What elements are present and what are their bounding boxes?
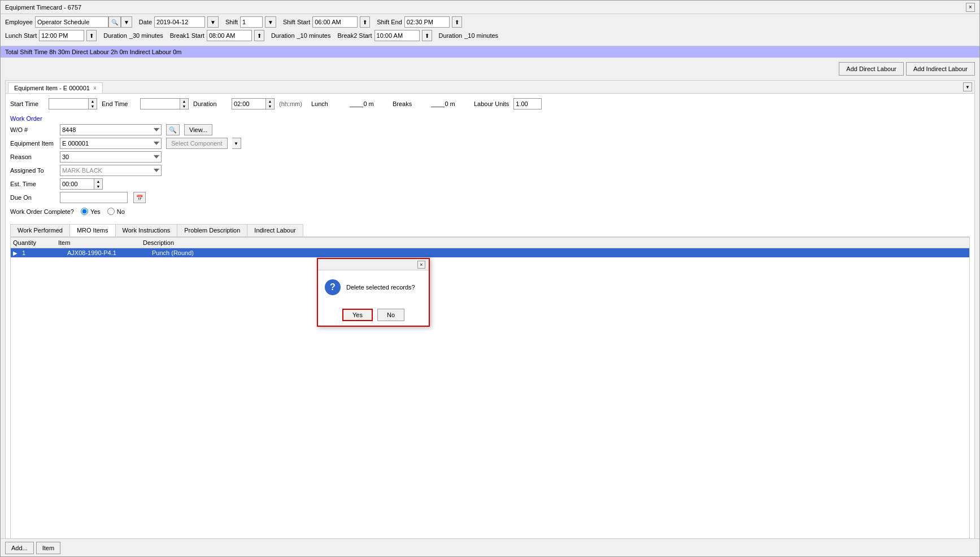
window-close-button[interactable]: ×: [966, 3, 975, 12]
end-time-input[interactable]: [140, 98, 180, 109]
cell-quantity: 1: [20, 249, 65, 256]
item-button[interactable]: Item: [36, 542, 60, 554]
shift-end-spinner[interactable]: ⬆: [452, 16, 462, 28]
reason-select[interactable]: 30: [60, 151, 162, 163]
tab-work-instructions[interactable]: Work Instructions: [115, 224, 178, 236]
work-order-complete-row: Work Order Complete? Yes No: [10, 205, 970, 217]
break2-start-spinner[interactable]: ⬆: [422, 30, 432, 41]
no-label: No: [117, 208, 125, 215]
work-order-section: Work Order W/O # 8448 🔍 View... Equipmen…: [10, 113, 970, 220]
shift-dropdown-button[interactable]: ▼: [265, 16, 276, 28]
est-time-up[interactable]: ▲: [94, 179, 102, 184]
dialog-titlebar: ×: [318, 259, 429, 270]
shift-start-label: Shift Start: [283, 19, 310, 25]
view-button[interactable]: View...: [184, 124, 212, 135]
select-component-arrow[interactable]: ▼: [232, 138, 241, 149]
header-section: Employee 🔍 ▼ Date ▼ Shift ▼ S: [1, 14, 979, 46]
est-time-input[interactable]: [60, 178, 94, 190]
tab-content: Start Time ▲ ▼ End Time ▲ ▼: [6, 94, 974, 551]
breaks-value: ____0 m: [431, 100, 465, 107]
lunch-duration-value: _30 minutes: [129, 32, 163, 39]
add-indirect-labour-button[interactable]: Add Indirect Labour: [906, 62, 975, 76]
cell-item: AJX08-1990-P4.1: [65, 249, 150, 256]
select-component-button[interactable]: Select Component: [166, 138, 228, 149]
header-row-2: Lunch Start ⬆ Duration _30 minutes Break…: [5, 30, 975, 41]
equipment-tab-label: Equipment Item - E 000001: [14, 85, 90, 91]
due-on-label: Due On: [10, 194, 55, 201]
due-on-row: Due On 📅: [10, 192, 970, 203]
work-order-section-title: Work Order: [10, 115, 970, 122]
yes-radio[interactable]: [81, 208, 88, 215]
tab-dropdown-button[interactable]: ▼: [963, 82, 972, 91]
break1-start-group: Break1 Start ⬆: [170, 30, 264, 41]
shift-input[interactable]: [240, 16, 263, 28]
employee-search-button[interactable]: 🔍: [108, 16, 121, 28]
employee-dropdown-button[interactable]: ▼: [121, 16, 132, 28]
work-order-complete-label: Work Order Complete?: [10, 208, 74, 215]
duration-up[interactable]: ▲: [266, 99, 274, 104]
start-time-input[interactable]: [49, 98, 88, 109]
lunch-duration-group: Duration _30 minutes: [103, 32, 163, 39]
dialog-yes-button[interactable]: Yes: [342, 309, 373, 321]
est-time-down[interactable]: ▼: [94, 184, 102, 189]
employee-field: 🔍 ▼: [35, 16, 132, 28]
col-header-item: Item: [56, 239, 141, 246]
shift-end-input[interactable]: [404, 16, 450, 28]
tab-mro-items[interactable]: MRO Items: [69, 224, 116, 236]
shift-start-spinner[interactable]: ⬆: [360, 16, 370, 28]
labour-units-input[interactable]: [513, 98, 542, 109]
date-dropdown-button[interactable]: ▼: [207, 16, 219, 28]
wo-number-select[interactable]: 8448: [60, 124, 162, 135]
dialog-question-icon: ?: [325, 279, 341, 295]
tab-indirect-labour[interactable]: Indirect Labour: [247, 224, 303, 236]
lunch-start-group: Lunch Start ⬆: [5, 30, 97, 41]
start-time-up[interactable]: ▲: [89, 99, 97, 104]
tab-problem-description[interactable]: Problem Description: [177, 224, 247, 236]
break2-start-input[interactable]: [374, 30, 420, 41]
lunch-duration-label: Duration: [103, 32, 127, 39]
equipment-item-select[interactable]: E 000001: [60, 138, 162, 149]
dialog-no-button[interactable]: No: [377, 309, 404, 321]
start-time-down[interactable]: ▼: [89, 104, 97, 109]
shift-end-group: Shift End ⬆: [377, 16, 462, 28]
breaks-label: Breaks: [393, 100, 426, 107]
employee-input[interactable]: [35, 16, 108, 28]
no-radio[interactable]: [107, 208, 115, 215]
dialog-close-button[interactable]: ×: [417, 261, 425, 269]
equipment-tab-close[interactable]: ×: [93, 85, 97, 91]
start-time-label: Start Time: [10, 100, 44, 107]
wo-search-button[interactable]: 🔍: [166, 124, 180, 135]
due-on-calendar-button[interactable]: 📅: [133, 192, 146, 203]
content-area: Add Direct Labour Add Indirect Labour Eq…: [1, 58, 979, 556]
equipment-tab-title[interactable]: Equipment Item - E 000001 ×: [8, 82, 103, 93]
tab-container: Equipment Item - E 000001 × ▼ Start Time…: [5, 80, 975, 552]
table-row[interactable]: ▶ 1 AJX08-1990-P4.1 Punch (Round): [11, 248, 969, 257]
tab-work-performed[interactable]: Work Performed: [10, 224, 70, 236]
lunch-start-spinner[interactable]: ⬆: [86, 30, 97, 41]
break1-duration-label: Duration: [271, 32, 295, 39]
break1-start-spinner[interactable]: ⬆: [254, 30, 264, 41]
reason-label: Reason: [10, 153, 55, 160]
delete-dialog: × ? Delete selected records? Yes No: [317, 258, 430, 327]
assigned-to-select[interactable]: MARK BLACK: [60, 165, 162, 176]
due-on-input[interactable]: [60, 192, 128, 203]
add-button[interactable]: Add...: [5, 542, 34, 554]
lunch-start-input[interactable]: [39, 30, 84, 41]
end-time-up[interactable]: ▲: [180, 99, 188, 104]
end-time-label: End Time: [102, 100, 136, 107]
date-input[interactable]: [154, 16, 205, 28]
main-window: Equipment Timecard - 6757 × Employee 🔍 ▼…: [0, 0, 980, 557]
duration-input[interactable]: [232, 98, 265, 109]
add-direct-labour-button[interactable]: Add Direct Labour: [839, 62, 904, 76]
end-time-down[interactable]: ▼: [180, 104, 188, 109]
duration-spinner-btns: ▲ ▼: [265, 98, 275, 109]
window-title: Equipment Timecard - 6757: [5, 4, 81, 11]
employee-group: Employee 🔍 ▼: [5, 16, 132, 28]
duration-down[interactable]: ▼: [266, 104, 274, 109]
shift-start-group: Shift Start ⬆: [283, 16, 370, 28]
break1-start-input[interactable]: [207, 30, 252, 41]
shift-start-input[interactable]: [312, 16, 358, 28]
break2-duration-label: Duration: [439, 32, 463, 39]
header-row-1: Employee 🔍 ▼ Date ▼ Shift ▼ S: [5, 16, 975, 28]
wo-number-label: W/O #: [10, 126, 55, 133]
